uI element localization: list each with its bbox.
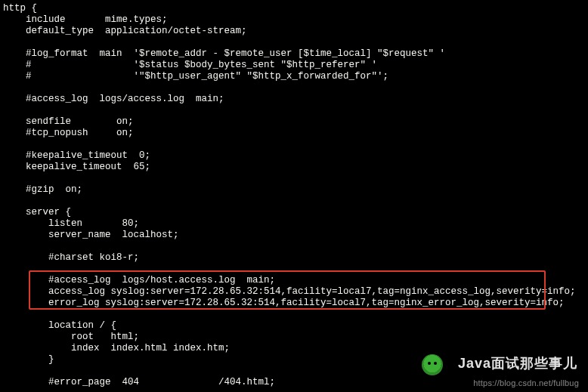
wechat-icon	[422, 354, 443, 375]
watermark-title: Java面试那些事儿	[458, 354, 577, 372]
nginx-config-code: http { include mime.types; default_type …	[0, 0, 588, 388]
code-content: http { include mime.types; default_type …	[3, 3, 576, 387]
watermark-url: https://blog.csdn.net/fullbug	[473, 378, 579, 387]
